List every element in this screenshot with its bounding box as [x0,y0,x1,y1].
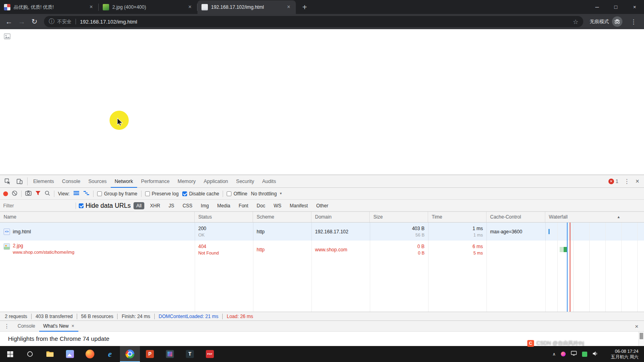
screenshot-capture-icon[interactable] [25,190,32,197]
browser-tab-active[interactable]: 192.168.17.102/img.html × [197,0,296,14]
tab-elements[interactable]: Elements [29,175,58,188]
column-header-domain[interactable]: Domain [311,212,370,222]
filter-input[interactable] [0,203,73,209]
start-button[interactable] [0,346,20,362]
bookmark-star-icon[interactable]: ☆ [573,18,578,26]
clear-button[interactable] [12,190,18,197]
powerpoint-glyph [146,350,154,358]
checkbox-box [97,191,102,196]
filter-pill-manifest[interactable]: Manifest [287,202,311,209]
forward-button[interactable]: → [15,15,28,28]
browser-menu-icon[interactable]: ⋮ [626,18,642,26]
media-player-icon[interactable] [160,346,180,362]
column-header-waterfall[interactable]: Waterfall ▲ [545,212,644,222]
scrollbar-thumb[interactable] [640,333,643,339]
close-window-button[interactable]: × [625,0,644,14]
hide-data-urls-checkbox[interactable]: Hide data URLs [79,202,131,209]
file-explorer-icon[interactable] [40,346,60,362]
drawer-menu-icon[interactable]: ⋮ [0,323,14,329]
inspect-element-icon[interactable] [2,176,14,187]
waterfall-bar-light-green [560,247,564,252]
minimize-button[interactable]: ─ [588,0,606,14]
view-overview-icon[interactable] [83,190,90,197]
scrollbar[interactable] [638,332,644,346]
view-rows-icon[interactable] [73,190,80,197]
filter-pill-doc[interactable]: Doc [254,202,268,209]
filter-funnel-icon[interactable] [35,191,41,197]
incognito-avatar[interactable] [612,16,622,27]
column-header-name[interactable]: Name [0,212,195,222]
column-header-status[interactable]: Status [195,212,253,222]
tab-audits[interactable]: Audits [258,175,280,188]
tab-sources[interactable]: Sources [84,175,111,188]
filter-pill-all[interactable]: All [134,202,144,209]
browser-tab-image[interactable]: 2.jpg (400×400) × [99,0,197,14]
status-cell: 200 OK [195,223,253,241]
close-tab-icon[interactable]: × [72,323,74,329]
ie-icon[interactable] [100,346,120,362]
filter-pill-font[interactable]: Font [236,202,251,209]
taskbar-clock[interactable]: 06-08 17:24 五月初六 周六 [603,348,638,360]
security-label: 不安全 [57,18,72,25]
filter-pill-xhr[interactable]: XHR [147,202,163,209]
filter-pill-js[interactable]: JS [166,202,177,209]
column-header-cache-control[interactable]: Cache-Control [486,212,545,222]
filter-pill-ws[interactable]: WS [271,202,284,209]
tab-application[interactable]: Application [199,175,232,188]
tab-console[interactable]: Console [58,175,84,188]
tab-network[interactable]: Network [111,175,137,188]
firefox-icon[interactable] [80,346,100,362]
photos-icon[interactable] [60,346,80,362]
typora-icon[interactable] [180,346,200,362]
filter-pill-other[interactable]: Other [313,202,331,209]
disable-cache-checkbox[interactable]: Disable cache [182,191,219,197]
maximize-button[interactable]: □ [606,0,625,14]
tray-expand-icon[interactable]: ∧ [552,352,556,357]
network-row-img-html[interactable]: img.html 200 OK http 192.168.17.102 403 … [0,223,644,241]
group-by-frame-checkbox[interactable]: Group by frame [97,191,137,197]
column-header-time[interactable]: Time [428,212,486,222]
device-toolbar-icon[interactable] [14,176,26,187]
info-icon[interactable]: ⓘ [49,18,54,25]
tray-app-icon[interactable] [561,352,566,356]
drawer-tab-label: What's New [43,323,69,329]
tab-performance[interactable]: Performance [137,175,174,188]
drawer-tab-whats-new[interactable]: What's New × [39,320,78,332]
drawer-close-icon[interactable]: × [629,323,644,330]
throttling-dropdown[interactable]: No throttling ▼ [251,191,283,197]
network-row-2-jpg[interactable]: 2.jpg www.shop.com/static/home/img 404 N… [0,241,644,259]
browser-tab-pinyougou[interactable]: 品优购, 优质! 优质! × [0,0,98,14]
search-icon[interactable] [44,190,50,197]
tab-close-icon[interactable]: × [285,4,292,10]
tab-close-icon[interactable]: × [187,4,193,10]
tray-volume-icon[interactable] [592,350,598,358]
filter-pill-img[interactable]: Img [198,202,211,209]
filter-pill-css[interactable]: CSS [180,202,195,209]
preserve-log-checkbox[interactable]: Preserve log [145,191,179,197]
incognito-badge: 无痕模式 [586,16,626,27]
tab-memory[interactable]: Memory [173,175,199,188]
column-header-size[interactable]: Size [370,212,428,222]
tab-close-icon[interactable]: × [88,4,94,10]
tray-monitor-icon[interactable] [571,350,577,358]
offline-checkbox[interactable]: Offline [227,191,247,197]
error-count-badge[interactable]: ✕ 1 [608,179,618,184]
devtools-close-icon[interactable]: × [636,178,639,185]
pdf-icon[interactable] [200,346,220,362]
back-button[interactable]: ← [2,15,15,28]
tray-green-app-icon[interactable] [582,352,587,357]
powerpoint-icon[interactable] [140,346,160,362]
record-button[interactable] [3,191,8,196]
search-button[interactable] [20,346,40,362]
filter-pill-media[interactable]: Media [214,202,233,209]
network-filter-row: Hide data URLs All XHR JS CSS Img Media … [0,200,644,212]
drawer-tab-console[interactable]: Console [14,320,39,332]
column-header-scheme[interactable]: Scheme [253,212,311,222]
omnibox[interactable]: ⓘ 不安全 192.168.17.102/img.html ☆ [44,16,583,27]
new-tab-button[interactable]: + [299,2,310,13]
devtools-menu-icon[interactable]: ⋮ [624,178,630,185]
tab-security[interactable]: Security [232,175,258,188]
chrome-icon[interactable] [120,346,140,362]
reload-button[interactable]: ↻ [28,15,41,28]
checkbox-label: Disable cache [189,191,219,197]
